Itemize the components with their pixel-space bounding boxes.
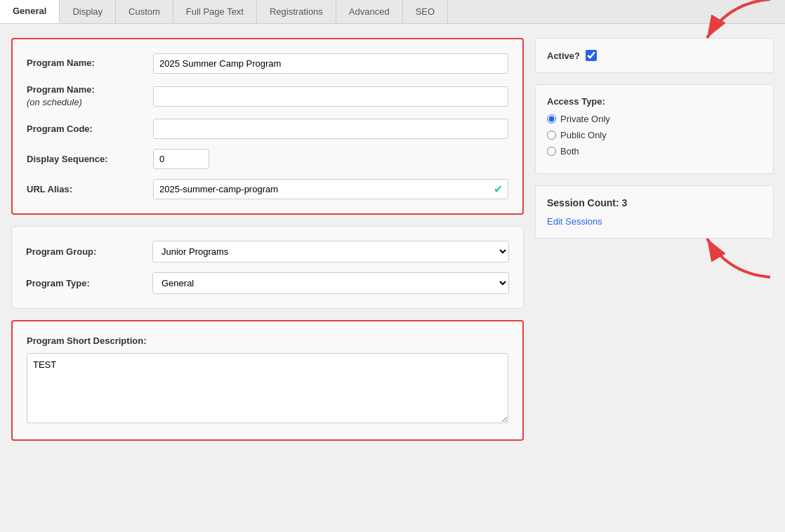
access-both-option: Both <box>547 146 762 157</box>
left-column: Program Name: Program Name: (on schedule… <box>11 38 524 441</box>
program-type-select[interactable]: General Sport Arts <box>152 272 509 294</box>
tab-registrations[interactable]: Registrations <box>257 0 336 23</box>
access-type-card: Access Type: Private Only Public Only Bo… <box>535 84 774 174</box>
program-code-input[interactable] <box>153 119 508 139</box>
edit-sessions-link[interactable]: Edit Sessions <box>547 216 602 227</box>
main-layout: Program Name: Program Name: (on schedule… <box>0 24 785 455</box>
program-name-row: Program Name: <box>27 53 508 74</box>
access-public-label: Public Only <box>560 130 607 140</box>
program-name-schedule-row: Program Name: (on schedule) <box>27 84 508 109</box>
access-private-radio[interactable] <box>547 114 556 124</box>
display-sequence-input[interactable] <box>153 149 209 169</box>
url-alias-label: URL Alias: <box>27 183 153 196</box>
tab-fullpagetext[interactable]: Full Page Text <box>173 0 257 23</box>
url-alias-input-wrapper: ✔ <box>153 179 508 199</box>
tab-custom[interactable]: Custom <box>116 0 173 23</box>
active-checkbox[interactable] <box>586 50 597 61</box>
description-card: Program Short Description: TEST <box>11 320 524 441</box>
url-alias-input[interactable] <box>153 179 508 199</box>
active-card: Active? <box>535 38 774 73</box>
right-column: Active? Access Type: Private Only Public… <box>535 38 774 239</box>
access-both-radio[interactable] <box>547 147 556 156</box>
program-code-row: Program Code: <box>27 119 508 139</box>
display-sequence-row: Display Sequence: <box>27 149 508 169</box>
program-type-label: Program Type: <box>26 277 152 290</box>
url-alias-row: URL Alias: ✔ <box>27 179 508 199</box>
program-group-card: Program Group: Junior Programs General A… <box>11 226 524 309</box>
tab-advanced[interactable]: Advanced <box>336 0 403 23</box>
program-group-row: Program Group: Junior Programs General A… <box>26 241 509 262</box>
display-sequence-label: Display Sequence: <box>27 153 153 166</box>
access-private-label: Private Only <box>560 114 610 124</box>
access-public-option: Public Only <box>547 130 762 140</box>
description-label: Program Short Description: <box>27 335 508 346</box>
session-count-label: Session Count: 3 <box>547 197 762 208</box>
tab-display[interactable]: Display <box>60 0 116 23</box>
program-name-schedule-input[interactable] <box>153 86 508 107</box>
tabs-bar: General Display Custom Full Page Text Re… <box>0 0 785 24</box>
access-type-label: Access Type: <box>547 96 762 107</box>
program-name-label: Program Name: <box>27 57 153 69</box>
program-name-schedule-label: Program Name: (on schedule) <box>27 84 153 109</box>
program-group-select[interactable]: Junior Programs General Advanced Program… <box>152 241 509 262</box>
access-both-label: Both <box>560 146 579 157</box>
program-type-row: Program Type: General Sport Arts <box>26 272 509 294</box>
access-public-radio[interactable] <box>547 131 556 140</box>
session-count-card: Session Count: 3 Edit Sessions <box>535 185 774 239</box>
active-label: Active? <box>547 51 580 61</box>
tab-seo[interactable]: SEO <box>403 0 448 23</box>
program-details-card: Program Name: Program Name: (on schedule… <box>11 38 524 215</box>
access-private-option: Private Only <box>547 114 762 124</box>
program-code-label: Program Code: <box>27 123 153 135</box>
program-name-input[interactable] <box>153 53 508 74</box>
description-textarea[interactable]: TEST <box>27 353 508 423</box>
program-group-label: Program Group: <box>26 246 152 258</box>
active-row: Active? <box>547 50 762 61</box>
tab-general[interactable]: General <box>0 0 60 23</box>
url-alias-check-icon: ✔ <box>494 182 503 196</box>
